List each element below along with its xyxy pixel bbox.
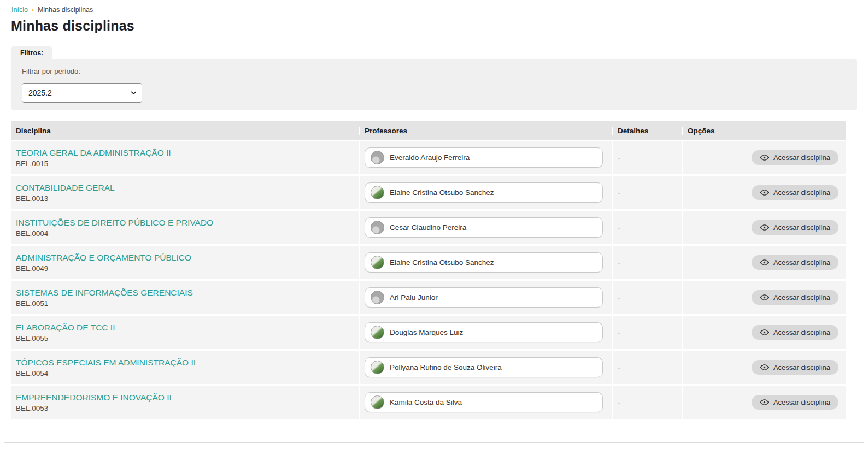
breadcrumb-home-link[interactable]: Início [11,6,28,14]
table-row: TÓPICOS ESPECIAIS EM ADMINISTRAÇÃO II BE… [11,351,846,384]
course-link[interactable]: ELABORAÇÃO DE TCC II [16,323,115,333]
column-header-discipline: Disciplina [11,127,359,135]
professor-avatar [371,361,384,374]
course-link[interactable]: INSTITUIÇÕES DE DIREITO PÚBLICO E PRIVAD… [16,218,213,228]
course-link[interactable]: CONTABILIDADE GERAL [16,183,115,193]
course-link[interactable]: SISTEMAS DE INFORMAÇÕES GERENCIAIS [16,288,193,298]
course-link[interactable]: TÓPICOS ESPECIAIS EM ADMINISTRAÇÃO II [16,358,196,368]
eye-icon [760,363,769,372]
course-code: BEL.0015 [16,159,359,168]
period-filter-label: Filtrar por período: [22,67,80,75]
disciplines-table: Disciplina Professores Detalhes Opções T… [11,121,846,421]
eye-icon [760,398,769,407]
course-code: BEL.0049 [16,264,359,273]
professor-name: Ari Palu Junior [390,293,438,302]
professor-avatar [371,221,384,234]
professor-card[interactable]: Elaine Cristina Otsubo Sanchez [365,182,603,203]
table-row: ELABORAÇÃO DE TCC II BEL.0055 Douglas Ma… [11,316,846,349]
table-row: SISTEMAS DE INFORMAÇÕES GERENCIAIS BEL.0… [11,281,846,314]
access-course-button[interactable]: Acessar disciplina [752,185,838,200]
professor-card[interactable]: Ari Palu Junior [365,287,603,308]
professor-avatar [371,395,384,409]
filters-tab: Filtros: [11,46,52,59]
professor-avatar [371,326,384,339]
table-row: CONTABILIDADE GERAL BEL.0013 Elaine Cris… [11,176,846,209]
access-course-button[interactable]: Acessar disciplina [752,325,838,340]
access-course-label: Acessar disciplina [773,153,830,162]
column-header-options: Opções [682,127,846,135]
eye-icon [760,328,769,337]
professor-card[interactable]: Cesar Claudino Pereira [365,217,603,238]
professor-card[interactable]: Everaldo Araujo Ferreira [365,147,603,168]
access-course-button[interactable]: Acessar disciplina [752,360,838,375]
professor-card[interactable]: Pollyana Rufino de Souza Oliveira [365,357,603,377]
breadcrumb-separator-icon: › [32,6,34,14]
access-course-label: Acessar disciplina [773,293,830,302]
eye-icon [760,258,769,267]
period-select-wrap: 2025.2 [22,83,142,103]
access-course-label: Acessar disciplina [773,223,830,232]
access-course-label: Acessar disciplina [773,398,830,406]
professor-name: Everaldo Araujo Ferreira [390,153,470,162]
footer-divider [4,442,864,443]
column-header-professors: Professores [359,127,612,135]
professor-card[interactable]: Kamila Costa da Silva [365,392,603,412]
professor-avatar [371,186,384,199]
course-code: BEL.0053 [16,404,359,412]
professor-name: Elaine Cristina Otsubo Sanchez [390,188,494,197]
professor-avatar [371,151,384,164]
table-row: ADMINISTRAÇÃO E ORÇAMENTO PÚBLICO BEL.00… [11,246,846,279]
eye-icon [760,188,769,197]
professor-avatar [371,291,384,304]
access-course-label: Acessar disciplina [773,328,830,336]
details-cell: - [612,386,682,419]
period-select[interactable]: 2025.2 [22,83,142,103]
details-cell: - [612,281,682,314]
table-row: EMPREENDEDORISMO E INOVAÇÃO II BEL.0053 … [11,386,846,419]
professor-name: Cesar Claudino Pereira [390,223,466,232]
course-code: BEL.0054 [16,369,359,377]
access-course-button[interactable]: Acessar disciplina [752,255,838,270]
table-row: INSTITUIÇÕES DE DIREITO PÚBLICO E PRIVAD… [11,211,846,244]
breadcrumb: Início › Minhas disciplinas [11,6,93,14]
table-row: TEORIA GERAL DA ADMINISTRAÇÃO II BEL.001… [11,141,846,174]
details-cell: - [612,316,682,349]
column-header-details: Detalhes [612,127,682,135]
filters-panel: Filtrar por período: 2025.2 [11,59,857,110]
professor-card[interactable]: Elaine Cristina Otsubo Sanchez [365,252,603,273]
professor-name: Elaine Cristina Otsubo Sanchez [390,258,494,267]
table-body: TEORIA GERAL DA ADMINISTRAÇÃO II BEL.001… [11,141,846,419]
course-code: BEL.0004 [16,229,359,238]
page-title: Minhas disciplinas [11,18,134,34]
breadcrumb-current: Minhas disciplinas [38,6,93,14]
professor-name: Douglas Marques Luiz [390,328,463,336]
access-course-button[interactable]: Acessar disciplina [752,150,838,165]
professor-name: Kamila Costa da Silva [390,398,462,406]
access-course-button[interactable]: Acessar disciplina [752,220,838,235]
access-course-button[interactable]: Acessar disciplina [752,395,838,410]
professor-name: Pollyana Rufino de Souza Oliveira [390,363,502,371]
course-link[interactable]: ADMINISTRAÇÃO E ORÇAMENTO PÚBLICO [16,253,191,263]
access-course-label: Acessar disciplina [773,188,830,197]
access-course-label: Acessar disciplina [773,258,830,267]
details-cell: - [612,246,682,279]
course-code: BEL.0051 [16,299,359,308]
details-cell: - [612,141,682,174]
details-cell: - [612,176,682,209]
eye-icon [760,223,769,232]
professor-avatar [371,256,384,269]
course-code: BEL.0013 [16,194,359,203]
course-link[interactable]: TEORIA GERAL DA ADMINISTRAÇÃO II [16,148,171,158]
course-link[interactable]: EMPREENDEDORISMO E INOVAÇÃO II [16,393,172,403]
details-cell: - [612,351,682,384]
access-course-button[interactable]: Acessar disciplina [752,290,838,305]
access-course-label: Acessar disciplina [773,363,830,371]
professor-card[interactable]: Douglas Marques Luiz [365,322,603,342]
course-code: BEL.0055 [16,334,359,342]
table-header-row: Disciplina Professores Detalhes Opções [11,121,846,140]
eye-icon [760,293,769,302]
details-cell: - [612,211,682,244]
eye-icon [760,153,769,162]
